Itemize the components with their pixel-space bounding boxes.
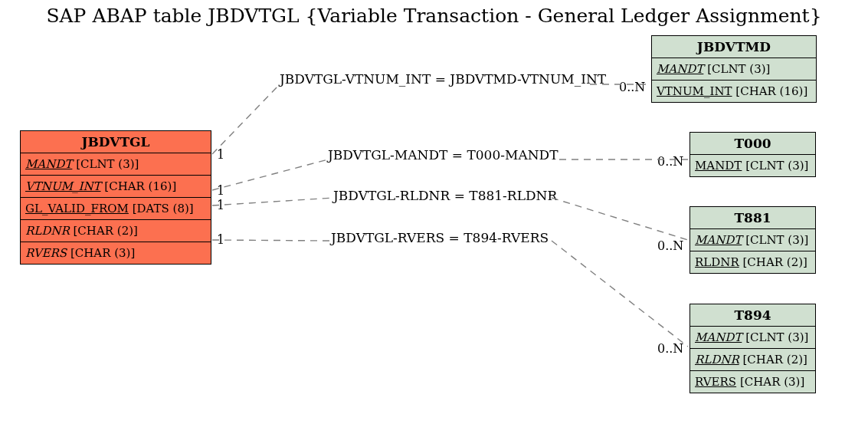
- card-right-1: 0..N: [619, 80, 645, 94]
- rel-label-mandt: JBDVTGL-MANDT = T000-MANDT: [328, 147, 558, 163]
- field: MANDT [CLNT (3)]: [690, 327, 815, 349]
- svg-line-4: [212, 198, 333, 205]
- card-left-1: 1: [217, 147, 224, 162]
- field-vtnumint: VTNUM_INT [CHAR (16)]: [21, 176, 211, 198]
- rel-label-rldnr: JBDVTGL-RLDNR = T881-RLDNR: [333, 188, 557, 203]
- entity-jbdvtgl-header: JBDVTGL: [21, 131, 211, 153]
- field: MANDT [CLNT (3)]: [690, 229, 815, 251]
- svg-line-5: [552, 198, 688, 240]
- field-glvalidfrom: GL_VALID_FROM [DATS (8)]: [21, 198, 211, 220]
- entity-jbdvtgl: JBDVTGL MANDT [CLNT (3)] VTNUM_INT [CHAR…: [20, 130, 211, 265]
- card-left-4: 1: [217, 232, 224, 247]
- entity-t000-header: T000: [690, 133, 815, 155]
- field-mdnt: MANDT [CLNT (3)]: [21, 153, 211, 176]
- field: MANDT [CLNT (3)]: [652, 58, 816, 81]
- card-right-3: 0..N: [657, 238, 683, 253]
- svg-line-7: [552, 241, 688, 347]
- field: RLDNR [CHAR (2)]: [690, 251, 815, 273]
- field: VTNUM_INT [CHAR (16)]: [652, 81, 816, 102]
- svg-line-6: [212, 240, 331, 241]
- card-left-3: 1: [217, 198, 224, 212]
- card-left-2: 1: [217, 183, 224, 198]
- entity-t894: T894 MANDT [CLNT (3)] RLDNR [CHAR (2)] R…: [689, 304, 816, 393]
- rel-label-rvers: JBDVTGL-RVERS = T894-RVERS: [331, 230, 549, 245]
- field: MANDT [CLNT (3)]: [690, 155, 815, 176]
- entity-t000: T000 MANDT [CLNT (3)]: [689, 132, 816, 177]
- entity-t894-header: T894: [690, 304, 815, 327]
- svg-line-0: [212, 84, 280, 154]
- entity-t881-header: T881: [690, 207, 815, 229]
- field: RVERS [CHAR (3)]: [690, 371, 815, 393]
- page-title: SAP ABAP table JBDVTGL {Variable Transac…: [0, 5, 868, 27]
- entity-jbdvtmd: JBDVTMD MANDT [CLNT (3)] VTNUM_INT [CHAR…: [651, 35, 817, 103]
- rel-label-vtnumint: JBDVTGL-VTNUM_INT = JBDVTMD-VTNUM_INT: [280, 71, 606, 87]
- field: RLDNR [CHAR (2)]: [690, 349, 815, 371]
- entity-jbdvtmd-header: JBDVTMD: [652, 36, 816, 58]
- entity-t881: T881 MANDT [CLNT (3)] RLDNR [CHAR (2)]: [689, 206, 816, 274]
- field-rldnr: RLDNR [CHAR (2)]: [21, 220, 211, 242]
- card-right-2: 0..N: [657, 154, 683, 169]
- svg-line-2: [212, 159, 328, 190]
- card-right-4: 0..N: [657, 341, 683, 356]
- field-rvers: RVERS [CHAR (3)]: [21, 242, 211, 264]
